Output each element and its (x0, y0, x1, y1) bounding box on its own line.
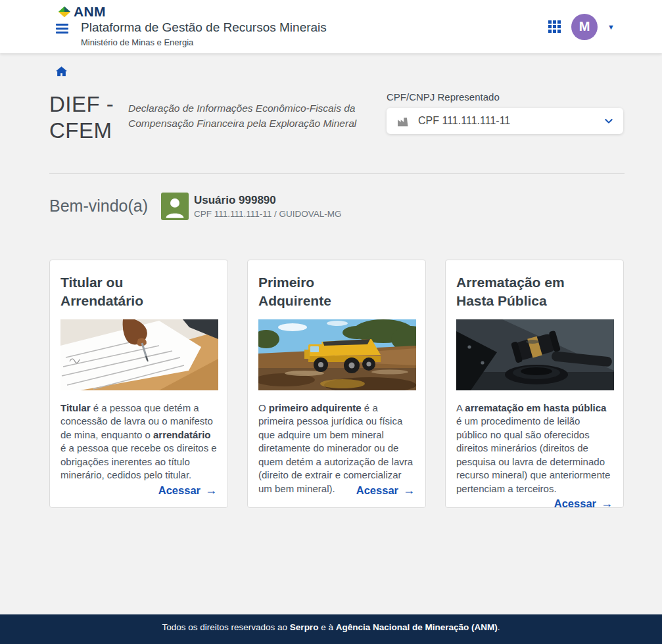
person-icon (162, 195, 187, 220)
arrow-right-icon: → (403, 484, 415, 497)
chevron-down-icon (603, 116, 614, 126)
cards-row: Titular ou Arrendatário Titular é a pess… (49, 260, 624, 508)
yellow-dump-truck-image (258, 319, 416, 390)
acessar-link-titular[interactable]: Acessar→ (158, 484, 217, 497)
page-title: DIEF - CFEM (49, 91, 128, 145)
card-description: O primeiro adquirente é a primeira pesso… (258, 402, 415, 496)
cpf-cnpj-select[interactable]: CPF 111.111.111-11 (387, 108, 623, 134)
apps-grid-icon[interactable] (548, 20, 561, 33)
user-menu-caret-icon[interactable]: ▼ (607, 23, 615, 31)
welcome-section: Bem-vindo(a) Usuário 999890 CPF 111.111.… (49, 193, 662, 220)
anm-logo: ANM (57, 4, 106, 20)
acessar-link-primeiro-adquirente[interactable]: Acessar→ (356, 484, 415, 497)
section-divider (49, 173, 625, 174)
card-title: Arrematação em Hasta Pública (456, 273, 578, 310)
page-header-row: DIEF - CFEM Declaração de Informações Ec… (49, 91, 623, 145)
factory-icon (397, 116, 410, 127)
arrow-right-icon: → (205, 484, 217, 497)
cpf-cnpj-label: CPF/CNPJ Representado (387, 91, 623, 103)
user-badge (161, 193, 189, 220)
hand-signing-document-image (60, 319, 218, 390)
card-description: A arrematação em hasta pública é um proc… (456, 402, 613, 496)
cpf-cnpj-selected-value: CPF 111.111.111-11 (418, 115, 510, 127)
card-primeiro-adquirente: Primeiro Adquirente (247, 260, 426, 508)
anm-diamond-icon (57, 5, 72, 19)
home-icon[interactable] (56, 66, 67, 77)
user-name: Usuário 999890 (194, 194, 342, 207)
auction-gavel-image (456, 319, 614, 390)
footer-copyright: Todos os direitos reservados ao Serpro e… (162, 622, 500, 632)
breadcrumb (0, 53, 662, 77)
card-titular-arrendatario: Titular ou Arrendatário Titular é a pess… (49, 260, 228, 508)
welcome-greeting: Bem-vindo(a) (49, 196, 161, 216)
footer: Todos os direitos reservados ao Serpro e… (0, 614, 662, 644)
page-description: Declaração de Informações Econômico-Fisc… (128, 101, 377, 145)
anm-logo-text: ANM (74, 4, 106, 20)
app-header: ANM Plataforma de Gestão de Recursos Min… (0, 0, 662, 53)
arrow-right-icon: → (601, 497, 613, 510)
card-title: Titular ou Arrendatário (60, 273, 182, 310)
card-title: Primeiro Adquirente (258, 273, 380, 310)
user-avatar[interactable]: M (571, 14, 598, 40)
acessar-link-arrematacao[interactable]: Acessar→ (554, 497, 613, 511)
card-arrematacao-hasta-publica: Arrematação em Hasta Pública A arremataç… (445, 260, 624, 508)
user-detail: CPF 111.111.111-11 / GUIDOVAL-MG (194, 209, 342, 219)
card-description: Titular é a pessoa que detém a concessão… (60, 402, 217, 482)
hamburger-menu-icon[interactable] (56, 24, 68, 35)
cpf-cnpj-block: CPF/CNPJ Representado CPF 111.111.111-11 (387, 91, 623, 145)
app-subtitle: Ministério de Minas e Energia (81, 37, 327, 47)
app-title: Plataforma de Gestão de Recursos Minerai… (81, 20, 327, 35)
